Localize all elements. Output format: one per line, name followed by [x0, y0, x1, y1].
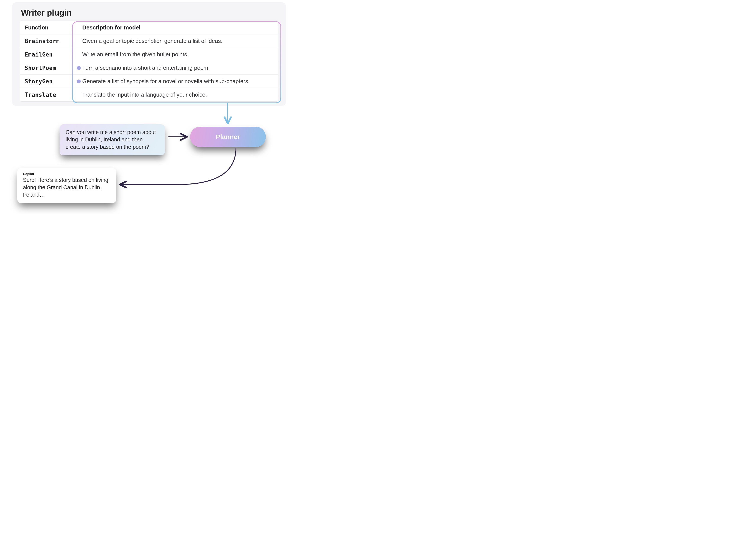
- table-row: StoryGen Generate a list of synopsis for…: [20, 74, 278, 88]
- table-row: EmailGen Write an email from the given b…: [20, 48, 278, 61]
- table-row: Translate Translate the input into a lan…: [20, 88, 278, 101]
- copilot-response-card: Copilot Sure! Here’s a story based on li…: [17, 168, 116, 203]
- user-prompt-text: Can you write me a short poem about livi…: [66, 129, 156, 150]
- planner-label: Planner: [216, 133, 240, 141]
- fn-desc: Generate a list of synopsis for a novel …: [76, 75, 278, 88]
- table-row: ShortPoem Turn a scenario into a short a…: [20, 61, 278, 74]
- table-header-row: Function Description for model: [20, 21, 278, 34]
- plugin-table: Function Description for model Brainstor…: [20, 20, 279, 101]
- table-row: Brainstorm Given a goal or topic descrip…: [20, 34, 278, 48]
- col-header-function: Function: [20, 21, 76, 34]
- col-header-description: Description for model: [76, 21, 278, 34]
- writer-plugin-panel: Writer plugin Function Description for m…: [12, 2, 286, 106]
- fn-desc: Given a goal or topic description genera…: [76, 35, 278, 47]
- planner-node: Planner: [190, 127, 266, 147]
- fn-desc: Translate the input into a language of y…: [76, 88, 278, 101]
- fn-name: EmailGen: [20, 48, 76, 61]
- selection-dot-icon: [77, 66, 81, 70]
- fn-name: Translate: [20, 89, 76, 101]
- fn-desc: Turn a scenario into a short and enterta…: [76, 62, 278, 74]
- response-body-text: Sure! Here’s a story based on living alo…: [23, 177, 111, 198]
- fn-name: Brainstorm: [20, 35, 76, 47]
- plugin-title: Writer plugin: [21, 8, 279, 17]
- user-prompt-bubble: Can you write me a short poem about livi…: [60, 124, 165, 155]
- response-sender-label: Copilot: [23, 172, 111, 176]
- fn-desc: Write an email from the given bullet poi…: [76, 48, 278, 61]
- selection-dot-icon: [77, 79, 81, 83]
- fn-name: ShortPoem: [20, 62, 76, 74]
- fn-name: StoryGen: [20, 75, 76, 88]
